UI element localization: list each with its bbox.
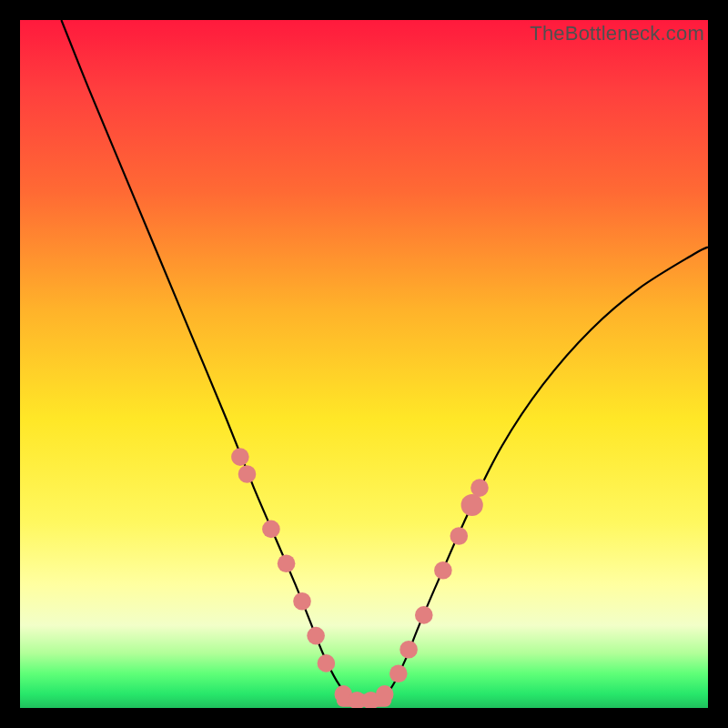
- marker-dot: [293, 592, 311, 611]
- marker-dot: [307, 627, 325, 645]
- marker-dot: [376, 685, 394, 703]
- marker-dot: [450, 527, 469, 545]
- marker-dot: [399, 641, 418, 659]
- bottleneck-curve: [61, 20, 708, 702]
- marker-dot: [470, 479, 489, 497]
- chart-svg: [20, 20, 708, 708]
- marker-dot: [238, 465, 257, 483]
- marker-dot: [415, 606, 433, 624]
- marker-dot: [318, 654, 336, 672]
- marker-dot: [231, 448, 249, 466]
- marker-dot: [389, 664, 408, 682]
- marker-dot: [461, 494, 483, 516]
- watermark-text: TheBottleneck.com: [530, 22, 704, 46]
- plot-area: [20, 20, 708, 708]
- outer-frame: TheBottleneck.com: [0, 0, 728, 728]
- marker-dot: [262, 521, 280, 539]
- marker-dot: [278, 554, 296, 572]
- marker-dot: [434, 561, 452, 580]
